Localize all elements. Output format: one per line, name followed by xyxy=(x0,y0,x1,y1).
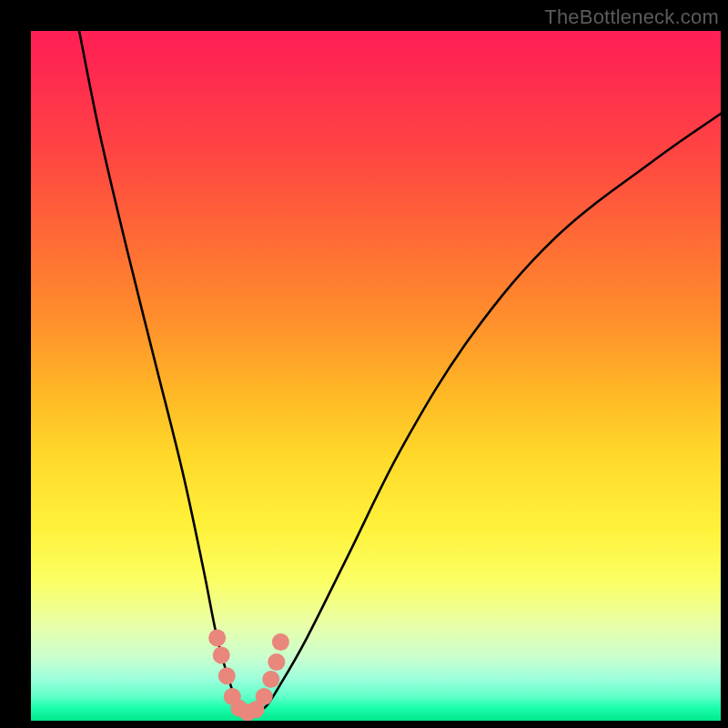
svg-point-8 xyxy=(262,671,279,688)
chart-frame: TheBottleneck.com xyxy=(0,0,728,728)
svg-point-9 xyxy=(268,653,285,671)
curve-layer xyxy=(31,31,721,721)
watermark-text: TheBottleneck.com xyxy=(544,5,719,29)
marker-dots xyxy=(208,630,289,721)
svg-point-7 xyxy=(256,688,273,705)
svg-point-10 xyxy=(272,633,289,651)
svg-point-1 xyxy=(213,646,230,663)
plot-area xyxy=(31,31,721,721)
svg-point-0 xyxy=(208,630,226,647)
svg-point-2 xyxy=(218,667,236,684)
bottleneck-curve xyxy=(79,31,721,714)
